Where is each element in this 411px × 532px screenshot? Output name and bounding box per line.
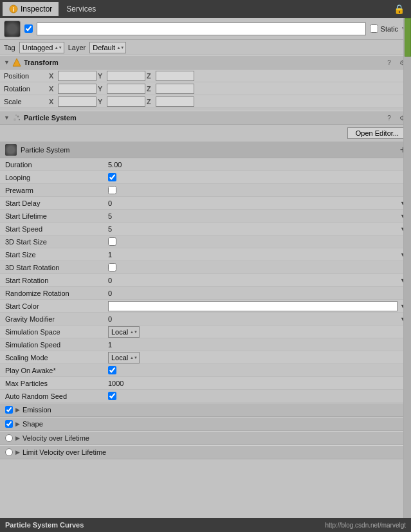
open-editor-btn[interactable]: Open Editor... xyxy=(347,127,407,139)
prop-checkbox-18[interactable] xyxy=(108,392,116,400)
collapsible-velocity-over-lifetime[interactable]: ▶Velocity over Lifetime xyxy=(0,431,411,445)
svg-point-6 xyxy=(15,115,17,116)
prop-value-7: 1 xyxy=(108,251,397,259)
tag-select-wrapper: Untagged xyxy=(19,42,64,53)
svg-point-3 xyxy=(14,118,16,121)
ps-collapsibles: ▶Emission▶Shape▶Velocity over Lifetime▶L… xyxy=(0,403,411,459)
prop-row-simulation-speed: Simulation Speed1 xyxy=(0,338,411,351)
collapsible-label-3: Limit Velocity over Lifetime xyxy=(23,448,106,456)
scrollbar-thumb[interactable] xyxy=(405,18,411,57)
prop-row-start-lifetime: Start Lifetime5▼ xyxy=(0,210,411,223)
tab-inspector[interactable]: i Inspector xyxy=(3,2,59,16)
prop-row-looping: Looping xyxy=(0,171,411,184)
transform-title: Transform xyxy=(24,59,381,66)
tab-services[interactable]: Services xyxy=(60,2,102,16)
layer-label: Layer xyxy=(68,44,86,51)
svg-point-5 xyxy=(19,119,20,120)
prop-checkbox-2[interactable] xyxy=(108,186,116,194)
scale-z[interactable]: 1 xyxy=(156,96,194,107)
ps-subsection-icon xyxy=(5,144,17,156)
collapsible-triangle-1: ▶ xyxy=(15,421,20,427)
rotation-label: Rotation xyxy=(4,85,49,93)
transform-help-btn[interactable]: ? xyxy=(384,57,394,68)
collapsible-label-1: Shape xyxy=(23,420,43,428)
open-editor-row: Open Editor... xyxy=(0,125,411,142)
transform-scale-row: Scale X 1 Y 1 Z 1 xyxy=(0,95,411,108)
static-checkbox[interactable] xyxy=(370,24,378,33)
prop-row-start-size: Start Size1▼ xyxy=(0,248,411,261)
prop-label-6: 3D Start Size xyxy=(5,238,108,246)
inspector-icon: i xyxy=(9,5,18,14)
svg-marker-2 xyxy=(13,59,21,66)
collapsible-checkbox-0[interactable] xyxy=(5,406,13,414)
tag-label: Tag xyxy=(4,44,15,51)
rotation-xyz: X 0 Y 0 Z 0 xyxy=(49,84,407,94)
prop-value-9: 0 xyxy=(108,277,397,284)
collapsible-emission[interactable]: ▶Emission xyxy=(0,403,411,417)
position-z[interactable]: -13 xyxy=(156,71,194,81)
prop-label-7: Start Size xyxy=(5,251,108,259)
prop-checkbox-1[interactable] xyxy=(108,173,116,181)
prop-row-start-delay: Start Delay0▼ xyxy=(0,197,411,210)
ps-section-header[interactable]: ▼ Particle System ? ⚙ xyxy=(0,111,411,125)
collapsible-triangle-3: ▶ xyxy=(15,449,20,455)
prop-label-9: Start Rotation xyxy=(5,277,108,284)
prop-label-0: Duration xyxy=(5,161,108,169)
collapsible-radio-2[interactable] xyxy=(5,434,13,442)
prop-label-15: Scaling Mode xyxy=(5,354,108,362)
position-x[interactable]: 0 xyxy=(58,71,96,81)
rotation-x[interactable]: 0 xyxy=(58,84,96,94)
prop-row-play-on-awake*: Play On Awake* xyxy=(0,364,411,377)
prop-value-3: 0 xyxy=(108,199,397,207)
collapsible-radio-3[interactable] xyxy=(5,448,13,456)
rotation-z[interactable]: 0 xyxy=(156,84,194,94)
collapsible-shape[interactable]: ▶Shape xyxy=(0,417,411,431)
ps-section-icon xyxy=(12,113,21,122)
position-y[interactable]: 0 xyxy=(107,71,145,81)
prop-label-14: Simulation Speed xyxy=(5,341,108,349)
scale-label: Scale xyxy=(4,98,49,105)
prop-label-2: Prewarm xyxy=(5,187,108,194)
prop-checkbox-6[interactable] xyxy=(108,237,116,246)
prop-select-13[interactable]: Local xyxy=(108,326,140,338)
prop-checkbox-16[interactable] xyxy=(108,366,116,374)
transform-section-header[interactable]: ▼ Transform ? ⚙ xyxy=(0,55,411,69)
active-checkbox-wrapper xyxy=(24,24,33,33)
static-row: Static ▼ xyxy=(370,24,407,33)
prop-label-3: Start Delay xyxy=(5,199,108,207)
prop-row-start-color: Start Color▼ xyxy=(0,300,411,313)
transform-position-row: Position X 0 Y 0 Z -13 xyxy=(0,69,411,82)
object-icon xyxy=(4,21,21,37)
prop-select-15[interactable]: Local xyxy=(108,352,140,363)
prop-color-11[interactable] xyxy=(108,301,397,311)
active-checkbox[interactable] xyxy=(24,24,33,33)
static-label: Static xyxy=(381,25,399,33)
scale-y[interactable]: 1 xyxy=(107,96,145,107)
transform-fields: Position X 0 Y 0 Z -13 Rotation X 0 Y 0 … xyxy=(0,69,411,108)
bottom-bar-title: Particle System Curves xyxy=(5,521,84,529)
prop-row-simulation-space: Simulation SpaceLocal xyxy=(0,326,411,338)
prop-label-8: 3D Start Rotation xyxy=(5,264,108,271)
bottom-bar: Particle System Curves http://blog.csdn.… xyxy=(0,518,411,532)
svg-point-4 xyxy=(17,116,19,118)
lock-icon[interactable]: 🔒 xyxy=(394,4,408,14)
collapsible-label-2: Velocity over Lifetime xyxy=(23,434,89,442)
prop-value-4: 5 xyxy=(108,212,397,220)
collapsible-checkbox-1[interactable] xyxy=(5,420,13,428)
prop-checkbox-8[interactable] xyxy=(108,263,116,271)
prop-row-start-rotation: Start Rotation0▼ xyxy=(0,274,411,287)
scale-x[interactable]: 1 xyxy=(58,96,96,107)
prop-label-17: Max Particles xyxy=(5,380,108,387)
prop-value-10: 0 xyxy=(108,289,406,297)
rotation-y[interactable]: 0 xyxy=(107,84,145,94)
prop-value-5: 5 xyxy=(108,225,397,233)
layer-select[interactable]: Default xyxy=(89,42,126,53)
ps-help-btn[interactable]: ? xyxy=(384,113,394,123)
collapsible-limit-velocity-over-lifetime[interactable]: ▶Limit Velocity over Lifetime xyxy=(0,445,411,459)
prop-row-randomize-rotation: Randomize Rotation0 xyxy=(0,287,411,300)
ps-properties: Duration5.00LoopingPrewarmStart Delay0▼S… xyxy=(0,158,411,403)
tag-select[interactable]: Untagged xyxy=(19,42,64,53)
prop-label-12: Gravity Modifier xyxy=(5,315,108,323)
scrollbar-track[interactable] xyxy=(403,18,411,518)
object-name-input[interactable]: Particle System xyxy=(37,23,366,35)
